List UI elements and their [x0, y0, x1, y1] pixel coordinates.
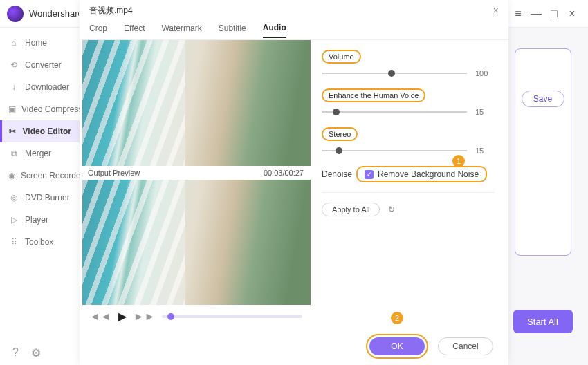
help-footer: ? ⚙ [0, 346, 80, 359]
reset-icon[interactable]: ↻ [388, 205, 395, 214]
annotation-badge-2: 2 [391, 312, 403, 324]
preview-label: Output Preview [88, 169, 140, 177]
volume-value: 100 [475, 69, 495, 77]
tab-crop[interactable]: Crop [89, 24, 107, 37]
brand-name: Wondershare [29, 8, 79, 19]
preview-column: Output Preview 00:03/00:27 ◄◄ ▶ ►► [80, 40, 309, 328]
start-all-button[interactable]: Start All [513, 310, 573, 333]
sidebar-label: Toolbox [25, 237, 53, 247]
sidebar-label: Video Compressor [21, 104, 80, 114]
sidebar-item-player[interactable]: ▷Player [0, 209, 80, 231]
scissors-icon: ✂ [8, 127, 17, 136]
converter-icon: ⟲ [8, 60, 19, 70]
preview-time: 00:03/00:27 [264, 169, 304, 177]
playback-slider[interactable] [162, 315, 302, 318]
sidebar-item-toolbox[interactable]: ⠿Toolbox [0, 231, 80, 253]
sidebar-label: Video Editor [23, 127, 71, 136]
sidebar-label: Player [25, 215, 48, 225]
sidebar-label: Screen Recorder [21, 171, 80, 180]
prev-button[interactable]: ◄◄ [89, 310, 111, 323]
annotation-badge-1: 1 [452, 155, 465, 167]
denoise-label: Denoise [322, 169, 352, 179]
editor-tabs: Crop Effect Watermark Subtitle Audio [80, 21, 508, 40]
preview-original [82, 40, 311, 166]
transport-bar: ◄◄ ▶ ►► [82, 305, 309, 328]
sidebar-item-recorder[interactable]: ◉Screen Recorder [0, 165, 80, 187]
next-button[interactable]: ►► [134, 310, 156, 323]
home-icon: ⌂ [8, 38, 19, 48]
tab-effect[interactable]: Effect [124, 24, 145, 37]
help-icon[interactable]: ? [12, 346, 19, 359]
tab-watermark[interactable]: Watermark [161, 24, 201, 37]
record-icon: ◉ [8, 171, 15, 180]
sidebar-label: Converter [25, 60, 62, 70]
sidebar-item-downloader[interactable]: ↓Downloader [0, 76, 80, 98]
sidebar: ⌂Home ⟲Converter ↓Downloader ▣Video Comp… [0, 28, 80, 365]
ok-button[interactable]: OK [369, 337, 425, 355]
grid-icon: ⠿ [8, 237, 19, 247]
enhance-label: Enhance the Human Voice [322, 88, 425, 102]
sidebar-item-merger[interactable]: ⧉Merger [0, 142, 80, 165]
close-icon[interactable]: × [493, 5, 499, 16]
remove-noise-label: Remove Background Noise [378, 169, 479, 179]
stereo-label: Stereo [322, 127, 358, 141]
sidebar-item-dvd[interactable]: ◎DVD Burner [0, 187, 80, 209]
sidebar-item-compressor[interactable]: ▣Video Compressor [0, 98, 80, 120]
modal-footer: 2 OK Cancel [80, 328, 508, 365]
enhance-slider[interactable] [322, 111, 467, 113]
sidebar-item-converter[interactable]: ⟲Converter [0, 54, 80, 76]
remove-noise-option[interactable]: 1 ✓ Remove Background Noise [356, 166, 487, 182]
volume-label: Volume [322, 50, 361, 64]
stereo-value: 15 [475, 147, 495, 155]
compress-icon: ▣ [8, 104, 16, 114]
play-button[interactable]: ▶ [118, 310, 127, 323]
editor-modal: 音视频.mp4 × Crop Effect Watermark Subtitle… [80, 0, 508, 365]
ok-highlight: 2 OK [366, 334, 428, 359]
sidebar-label: Merger [25, 149, 51, 158]
disc-icon: ◎ [8, 193, 19, 203]
play-icon: ▷ [8, 215, 19, 225]
app-logo-icon [7, 6, 24, 22]
audio-controls: Volume 100 Enhance the Human Voice 15 St… [309, 40, 508, 328]
tab-subtitle[interactable]: Subtitle [219, 24, 246, 37]
modal-title: 音视频.mp4 [89, 5, 133, 17]
volume-slider[interactable] [322, 73, 467, 74]
minimize-button[interactable]: — [527, 5, 545, 23]
checkbox-checked-icon[interactable]: ✓ [365, 170, 374, 179]
sidebar-label: DVD Burner [25, 193, 70, 203]
preview-output [82, 180, 311, 306]
close-window-button[interactable]: × [563, 5, 581, 23]
settings-icon[interactable]: ⚙ [31, 346, 41, 359]
sidebar-label: Downloader [25, 82, 69, 92]
maximize-button[interactable]: □ [545, 5, 563, 23]
download-icon: ↓ [8, 82, 19, 92]
enhance-value: 15 [475, 108, 495, 116]
sidebar-item-home[interactable]: ⌂Home [0, 32, 80, 54]
hamburger-icon[interactable]: ≡ [509, 5, 527, 23]
sidebar-item-editor[interactable]: ✂Video Editor [0, 120, 80, 142]
merge-icon: ⧉ [8, 149, 19, 158]
stereo-slider[interactable] [322, 150, 467, 151]
tab-audio[interactable]: Audio [263, 23, 286, 38]
save-button[interactable]: Save [522, 91, 564, 107]
apply-to-all-button[interactable]: Apply to All [322, 203, 380, 216]
sidebar-label: Home [25, 38, 47, 48]
cancel-button[interactable]: Cancel [438, 337, 493, 355]
output-card: Save [515, 48, 571, 256]
right-panel: Save Start All [510, 48, 576, 333]
